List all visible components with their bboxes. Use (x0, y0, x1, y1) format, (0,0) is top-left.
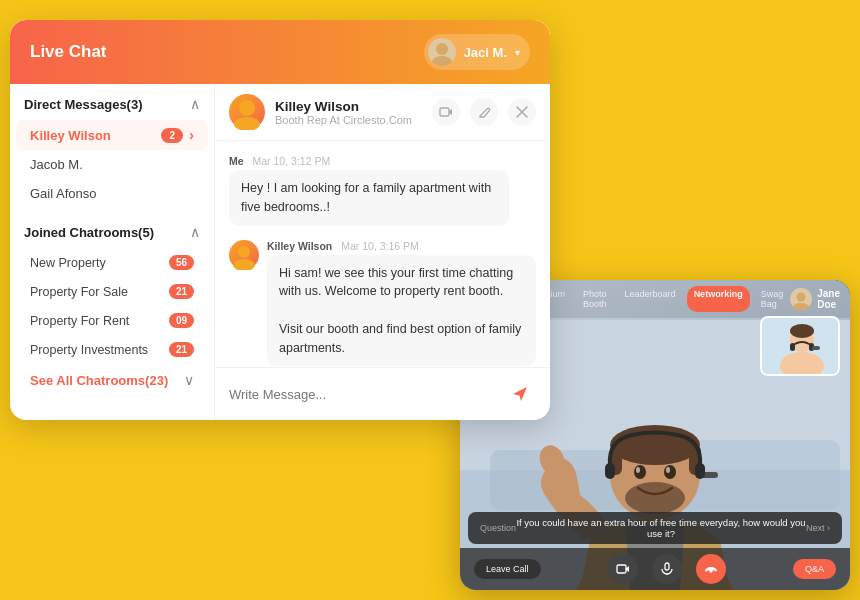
svg-point-0 (436, 43, 448, 55)
see-all-text: See All Chatrooms(23) (30, 373, 168, 388)
sidebar-contact-jacob[interactable]: Jacob M. (16, 150, 208, 179)
svg-point-20 (664, 465, 676, 479)
svg-point-2 (239, 100, 255, 116)
contact-name-jacob: Jacob M. (30, 157, 83, 172)
chatroom-label-new-property: New Property (30, 256, 106, 270)
leave-call-button[interactable]: Leave Call (474, 559, 541, 579)
pip-video (760, 316, 840, 376)
svg-rect-4 (440, 108, 449, 116)
message-input[interactable] (229, 387, 494, 402)
svg-point-3 (234, 117, 260, 130)
chat-main: Killey Wilson Booth Rep At Circlesto.Com (215, 84, 550, 420)
message-bubble-me: Hey ! I am looking for a family apartmen… (229, 170, 509, 226)
chatrooms-chevron-icon[interactable]: ∧ (190, 224, 200, 240)
chat-body: Direct Messages(3) ∧ Killey Wilson 2 › J… (10, 84, 550, 420)
contact-item-right: 2 › (161, 127, 194, 143)
killey-msg-avatar (229, 240, 259, 270)
message-time-killey: Mar 10, 3:16 PM (341, 240, 419, 252)
contact-name-gail: Gail Afonso (30, 186, 97, 201)
video-bottom-bar: Question If you could have an extra hour… (460, 512, 850, 590)
video-user-menu[interactable]: Jane Doe (790, 288, 840, 310)
contact-actions (432, 98, 536, 126)
chatrooms-section: Joined Chatrooms(5) ∧ New Property 56 Pr… (10, 212, 214, 396)
video-user-name: Jane Doe (817, 288, 840, 310)
send-button[interactable] (504, 378, 536, 410)
svg-point-22 (666, 467, 670, 473)
edit-button[interactable] (470, 98, 498, 126)
chatroom-for-sale[interactable]: Property For Sale 21 (16, 277, 208, 306)
chatroom-investments[interactable]: Property Investments 21 (16, 335, 208, 364)
svg-point-21 (636, 467, 640, 473)
chatrooms-section-title: Joined Chatrooms(5) (24, 225, 154, 240)
message-meta-me: Me Mar 10, 3:12 PM (229, 155, 536, 167)
chatroom-label-for-sale: Property For Sale (30, 285, 128, 299)
svg-rect-23 (605, 463, 615, 479)
question-prev[interactable]: Question (480, 523, 516, 533)
svg-rect-25 (700, 472, 718, 478)
question-next[interactable]: Next › (806, 523, 830, 533)
dm-chevron-icon[interactable]: ∧ (190, 96, 200, 112)
chatrooms-section-header: Joined Chatrooms(5) ∧ (10, 212, 214, 248)
contact-header: Killey Wilson Booth Rep At Circlesto.Com (215, 84, 550, 141)
svg-point-7 (797, 293, 806, 302)
qa-button[interactable]: Q&A (793, 559, 836, 579)
svg-point-1 (432, 56, 452, 66)
svg-rect-33 (812, 346, 820, 350)
tab-networking[interactable]: Networking (687, 286, 750, 312)
video-controls: Leave Call Q&A (460, 548, 850, 590)
video-user-avatar-circle (790, 288, 812, 310)
contact-avatar (229, 94, 265, 130)
svg-point-5 (238, 246, 250, 258)
contact-role-text: Booth Rep At Circlesto.Com (275, 114, 422, 126)
contact-badge-killey: 2 (161, 128, 183, 143)
chat-sidebar: Direct Messages(3) ∧ Killey Wilson 2 › J… (10, 84, 215, 420)
sender-killey: Killey Wilson (267, 240, 332, 252)
see-all-chevron-icon: ∨ (184, 372, 194, 388)
tab-leaderboard[interactable]: Leaderboard (618, 286, 683, 312)
tab-photo-booth[interactable]: Photo Booth (576, 286, 614, 312)
chat-input-area (215, 367, 550, 420)
question-banner: Question If you could have an extra hour… (468, 512, 842, 544)
video-call-button[interactable] (432, 98, 460, 126)
chatroom-badge-for-rent: 09 (169, 313, 194, 328)
header-avatar (428, 38, 456, 66)
svg-point-6 (233, 259, 255, 270)
dm-section-title: Direct Messages(3) (24, 97, 143, 112)
close-contact-button[interactable] (508, 98, 536, 126)
message-time-me: Mar 10, 3:12 PM (253, 155, 331, 167)
header-user-name: Jaci M. (464, 45, 507, 60)
chatroom-badge-investments: 21 (169, 342, 194, 357)
message-meta-killey: Killey Wilson Mar 10, 3:16 PM (267, 240, 536, 252)
chat-title: Live Chat (30, 42, 107, 62)
chatroom-for-rent[interactable]: Property For Rent 09 (16, 306, 208, 335)
chat-messages: Me Mar 10, 3:12 PM Hey ! I am looking fo… (215, 141, 550, 367)
message-content-killey: Killey Wilson Mar 10, 3:16 PM Hi sam! we… (267, 240, 536, 367)
question-text: If you could have an extra hour of free … (516, 517, 806, 539)
chatroom-badge-new-property: 56 (169, 255, 194, 270)
header-user-menu[interactable]: Jaci M. ▾ (424, 34, 530, 70)
chatroom-label-for-rent: Property For Rent (30, 314, 129, 328)
sender-me: Me (229, 155, 244, 167)
chatroom-label-investments: Property Investments (30, 343, 148, 357)
svg-rect-34 (617, 565, 626, 573)
mic-button[interactable] (652, 554, 682, 584)
chatroom-new-property[interactable]: New Property 56 (16, 248, 208, 277)
message-bubble-killey: Hi sam! we see this your first time chat… (267, 255, 536, 367)
svg-point-8 (793, 303, 809, 310)
message-row-killey: Killey Wilson Mar 10, 3:16 PM Hi sam! we… (229, 240, 536, 367)
message-row-me: Me Mar 10, 3:12 PM Hey ! I am looking fo… (229, 155, 536, 226)
svg-rect-35 (665, 563, 669, 570)
sidebar-contact-killey[interactable]: Killey Wilson 2 › (16, 120, 208, 150)
contact-arrow-killey: › (189, 127, 194, 143)
camera-button[interactable] (608, 554, 638, 584)
contact-info: Killey Wilson Booth Rep At Circlesto.Com (275, 99, 422, 126)
tab-swag-bag[interactable]: Swag Bag (754, 286, 791, 312)
chatroom-badge-for-sale: 21 (169, 284, 194, 299)
sidebar-contact-gail[interactable]: Gail Afonso (16, 179, 208, 208)
svg-point-18 (625, 482, 685, 514)
end-call-button[interactable] (696, 554, 726, 584)
see-all-chatrooms[interactable]: See All Chatrooms(23) ∨ (16, 364, 208, 396)
live-chat-panel: Live Chat Jaci M. ▾ Direct Messages(3) ∧… (10, 20, 550, 420)
message-content-me: Me Mar 10, 3:12 PM Hey ! I am looking fo… (229, 155, 536, 226)
svg-point-30 (790, 324, 814, 338)
